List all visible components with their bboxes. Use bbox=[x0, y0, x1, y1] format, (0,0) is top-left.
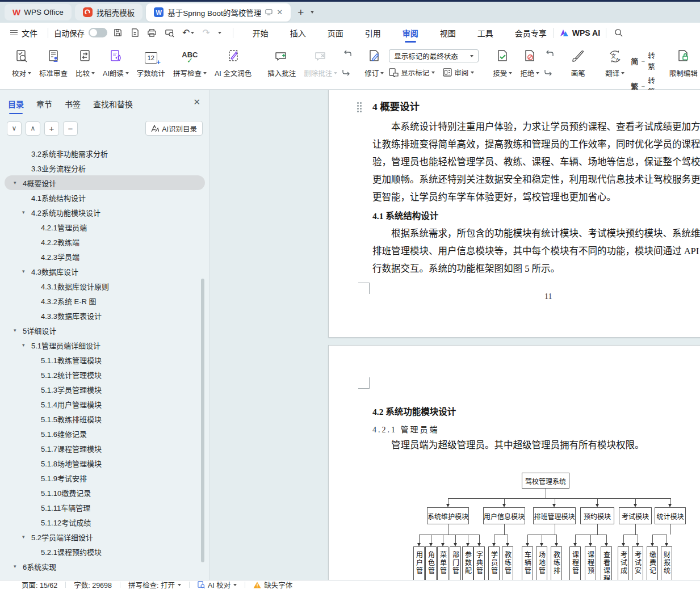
toc-item[interactable]: 5.1.6维修记录 bbox=[5, 426, 205, 441]
ai-polish-button[interactable]: AI 全文润色 bbox=[211, 45, 255, 81]
undo-chevron-icon[interactable] bbox=[191, 32, 194, 34]
insert-comment-button[interactable]: 插入批注 bbox=[263, 45, 300, 81]
toc-item[interactable]: 5.1.11车辆管理 bbox=[5, 500, 205, 515]
expand-arrow-icon[interactable]: ▾ bbox=[14, 563, 23, 569]
restrict-edit-button[interactable]: 限制编辑 bbox=[665, 45, 700, 81]
toc-item[interactable]: 4.3.3数据库表设计 bbox=[5, 308, 205, 323]
toc-item[interactable]: ▾4概要设计 bbox=[5, 175, 205, 190]
spellcheck-status[interactable]: 拼写检查: 打开 bbox=[128, 579, 181, 589]
new-tab-button[interactable]: + bbox=[294, 6, 307, 19]
menu-page[interactable]: 页面 bbox=[326, 23, 345, 43]
translate-button[interactable]: 文A 翻译 bbox=[601, 45, 628, 81]
expand-down-button[interactable]: ∨ bbox=[7, 121, 22, 136]
previous-comment-icon[interactable] bbox=[342, 49, 351, 57]
close-tab-icon[interactable]: ✕ bbox=[276, 8, 283, 16]
menu-member[interactable]: 会员专享 bbox=[514, 23, 548, 43]
expand-arrow-icon[interactable]: ▾ bbox=[22, 268, 31, 274]
toc-item[interactable]: 5.1.7课程管理模块 bbox=[5, 441, 205, 456]
toc-item[interactable]: 5.1.10缴费记录 bbox=[5, 485, 205, 500]
toc-item[interactable]: ▾5.2学员端详细设计 bbox=[5, 529, 205, 544]
spell-check-button[interactable]: ABC✓ 拼写检查 bbox=[169, 45, 211, 81]
print-icon[interactable] bbox=[147, 28, 157, 37]
previous-revision-icon[interactable] bbox=[544, 49, 554, 57]
toc-item[interactable]: 5.1.9考试安排 bbox=[5, 470, 205, 485]
markup-state-combobox[interactable]: 显示标记的最终状态 bbox=[389, 49, 479, 62]
tab-chapter[interactable]: 章节 bbox=[36, 98, 52, 114]
collapse-all-button[interactable]: − bbox=[63, 121, 78, 136]
toc-item[interactable]: 5.1.1教练管理模块 bbox=[5, 352, 205, 367]
revise-button[interactable]: 修订 bbox=[361, 45, 388, 81]
reject-button[interactable]: 拒绝 bbox=[516, 45, 543, 81]
expand-arrow-icon[interactable]: ▾ bbox=[22, 209, 31, 215]
expand-arrow-icon[interactable]: ▾ bbox=[14, 180, 23, 186]
menu-view[interactable]: 视图 bbox=[439, 23, 457, 43]
compare-button[interactable]: 比较 bbox=[72, 45, 99, 81]
toc-item[interactable]: ▾5详细设计 bbox=[5, 323, 205, 338]
file-menu[interactable]: 文件 bbox=[6, 27, 42, 39]
export-pdf-icon[interactable] bbox=[131, 28, 139, 37]
word-count-button[interactable]: 12+ 字数统计 bbox=[133, 45, 169, 81]
toc-item[interactable]: 4.3.2系统 E-R 图 bbox=[5, 293, 205, 308]
toc-item[interactable]: 4.2.3学员端 bbox=[5, 249, 205, 264]
ai-recognize-toc-button[interactable]: AI识别目录 bbox=[145, 121, 203, 136]
menu-reference[interactable]: 引用 bbox=[364, 23, 382, 43]
paragraph-drag-handle-icon[interactable] bbox=[357, 102, 363, 112]
menu-tools[interactable]: 工具 bbox=[476, 23, 494, 43]
next-comment-icon[interactable] bbox=[342, 69, 351, 77]
missing-font-warning[interactable]: 缺失字体 bbox=[253, 579, 292, 589]
expand-arrow-icon[interactable]: ▾ bbox=[14, 327, 23, 333]
tab-docer-templates[interactable]: 找稻壳模板 bbox=[75, 4, 143, 20]
to-traditional-button[interactable]: 简→ 转繁 bbox=[631, 50, 655, 71]
save-icon[interactable] bbox=[113, 28, 123, 37]
toc-item[interactable]: 4.3.1数据库设计原则 bbox=[5, 279, 205, 293]
toc-item[interactable]: ▾4.3数据库设计 bbox=[5, 264, 205, 279]
toc-item[interactable]: 4.2.1管理员端 bbox=[5, 220, 205, 234]
tab-find-replace[interactable]: 查找和替换 bbox=[93, 98, 133, 114]
close-sidebar-icon[interactable]: ✕ bbox=[193, 97, 200, 107]
document-page-12[interactable]: 4.2 系统功能模块设计 4.2.1 管理员端 管理员端为超级管理员。其中超级管… bbox=[328, 345, 700, 580]
tab-toc[interactable]: 目录 bbox=[8, 98, 24, 114]
ai-read-button[interactable]: AI朗读 bbox=[99, 45, 133, 81]
proofread-button[interactable]: 校对 bbox=[8, 45, 35, 81]
toc-item[interactable]: 5.1.4用户管理模块 bbox=[5, 397, 205, 411]
print-preview-icon[interactable] bbox=[165, 28, 174, 37]
tab-wps-office[interactable]: W WPS Office bbox=[5, 4, 72, 20]
toc-item[interactable]: 4.2.2教练端 bbox=[5, 234, 205, 249]
word-count-indicator[interactable]: 字数: 29698 bbox=[74, 579, 112, 589]
tab-document[interactable]: W 基于Spring Boot的驾校管理 ✕ bbox=[146, 3, 291, 22]
sidebar-scrollbar[interactable] bbox=[201, 279, 204, 562]
next-revision-icon[interactable] bbox=[544, 69, 554, 77]
toc-item[interactable]: 5.1.5教练排班模块 bbox=[5, 411, 205, 426]
undo-button[interactable]: ↶ bbox=[182, 27, 194, 38]
toc-item[interactable]: 4.1系统结构设计 bbox=[5, 190, 205, 205]
toc-item[interactable]: 5.1.8场地管理模块 bbox=[5, 456, 205, 470]
toc-item[interactable]: 5.1.3学员管理模块 bbox=[5, 382, 205, 397]
menu-review[interactable]: 审阅 bbox=[401, 23, 420, 43]
tab-list-chevron-icon[interactable] bbox=[311, 11, 314, 14]
screen-share-icon[interactable] bbox=[265, 9, 273, 15]
search-icon[interactable] bbox=[614, 28, 623, 37]
standard-review-button[interactable]: 标准审查 bbox=[35, 45, 72, 81]
show-markup-button[interactable]: 显示标记 bbox=[389, 67, 435, 78]
document-page-11[interactable]: 4 概要设计 本系统设计特别注重用户体验，力求让学员预约课程、查看考试成绩更加方… bbox=[328, 90, 700, 338]
ai-proofread-status[interactable]: AI 校对 bbox=[198, 579, 237, 589]
delete-comment-button[interactable]: 删除批注 bbox=[300, 45, 341, 81]
toc-item[interactable]: 3.3业务流程分析 bbox=[5, 161, 205, 175]
quickbar-chevron-icon[interactable] bbox=[218, 32, 221, 34]
collapse-up-button[interactable]: ∧ bbox=[26, 121, 40, 136]
wps-ai-button[interactable]: WPS AI bbox=[560, 28, 600, 37]
expand-all-button[interactable]: + bbox=[44, 121, 59, 136]
toc-item[interactable]: 5.1.12考试成绩 bbox=[5, 515, 205, 529]
review-pane-button[interactable]: 审阅 bbox=[443, 67, 474, 78]
document-canvas[interactable]: 4 概要设计 本系统设计特别注重用户体验，力求让学员预约课程、查看考试成绩更加方… bbox=[211, 90, 700, 580]
toc-item[interactable]: 5.2.1课程预约模块 bbox=[5, 544, 205, 559]
toc-item[interactable]: ▾4.2系统功能模块设计 bbox=[5, 205, 205, 220]
menu-insert[interactable]: 插入 bbox=[289, 23, 307, 43]
accept-button[interactable]: 接受 bbox=[489, 45, 516, 81]
brush-button[interactable]: 画笔 bbox=[563, 45, 593, 81]
toc-item[interactable]: ▾6系统实现 bbox=[5, 559, 205, 574]
toc-item[interactable]: 5.1.2统计管理模块 bbox=[5, 367, 205, 382]
page-indicator[interactable]: 页面: 15/62 bbox=[22, 579, 57, 589]
autosave-toggle[interactable] bbox=[89, 28, 107, 37]
redo-button[interactable]: ↷ bbox=[202, 27, 209, 38]
